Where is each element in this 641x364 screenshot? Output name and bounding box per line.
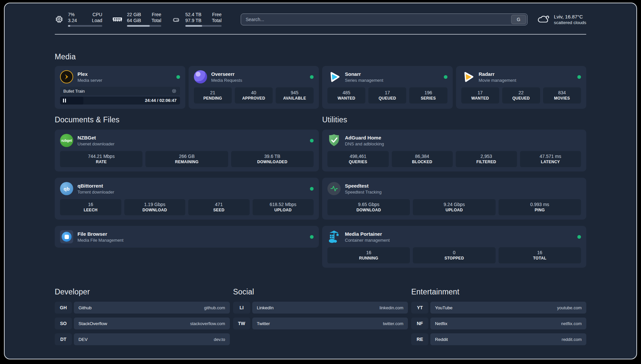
adguard-icon (327, 134, 341, 147)
app-description: Media File Management (77, 238, 123, 243)
speedtest-card[interactable]: Speedtest Speedtest Tracking 9.65 Gbps D… (322, 178, 586, 220)
header-bar: 7% 3.24 CPU Load (55, 12, 586, 27)
cpu-usage-label: CPU (92, 12, 102, 18)
app-description: Series management (345, 78, 383, 83)
search-engine-button[interactable]: G (511, 15, 526, 24)
app-description: Container management (345, 238, 390, 243)
bookmark-linkedin[interactable]: LI LinkedIn linkedin.com (233, 302, 408, 314)
stat-tile: 618.52 Mbps UPLOAD (253, 199, 314, 215)
bookmark-stackoverflow[interactable]: SO StackOverflow stackoverflow.com (55, 318, 230, 329)
bookmark-abbr: TW (233, 318, 250, 329)
app-name: NZBGet (77, 135, 114, 141)
memory-progress-fill (127, 25, 150, 27)
app-name: Media Portainer (345, 231, 390, 237)
radarr-card[interactable]: Radarr Movie management 17 WANTED 22 QUE… (456, 66, 587, 109)
stat-tile: 0 STOPPED (413, 247, 495, 263)
nzbget-card[interactable]: nzbget NZBGet Usenet downloader 744.21 M… (55, 130, 319, 171)
stat-tile: 0.993 ms PING (499, 199, 581, 215)
cpu-icon (55, 15, 64, 24)
app-name: Sonarr (345, 71, 383, 77)
app-description: Speedtest Tracking (345, 190, 382, 195)
pause-icon (63, 99, 66, 103)
bookmark-name: Twitter (257, 321, 270, 326)
filebrowser-card[interactable]: File Browser Media File Management (55, 226, 319, 248)
status-dot (310, 187, 314, 191)
sonarr-card[interactable]: Sonarr Series management 485 WANTED 17 Q… (322, 66, 453, 109)
app-description: DNS and adblocking (345, 141, 384, 146)
memory-total-value: 64 GiB (127, 18, 141, 24)
stat-tile: 744.21 Mbps RATE (60, 151, 142, 167)
cpu-load-label: Load (92, 18, 102, 24)
cpu-usage-value: 7% (68, 12, 77, 18)
disk-total-label: Total (212, 18, 222, 24)
session-device-icon (171, 88, 177, 94)
adguard-card[interactable]: AdGuard Home DNS and adblocking 498,461 … (322, 130, 586, 171)
app-description: Media server (77, 78, 102, 83)
bookmark-url: dev.to (214, 337, 225, 342)
stat-tile: 17 QUEUED (368, 87, 406, 104)
bookmark-name: Netflix (435, 321, 447, 326)
stat-tile: 39.6 TB DOWNLOADED (231, 151, 314, 167)
bookmark-name: DEV (78, 337, 88, 342)
bookmark-name: StackOverflow (78, 321, 107, 326)
bookmark-youtube[interactable]: YT YouTube youtube.com (411, 302, 586, 314)
bookmark-abbr: NF (411, 318, 428, 329)
bookmark-abbr: SO (55, 318, 72, 329)
section-title-documents: Documents & Files (55, 115, 319, 124)
qbittorrent-card[interactable]: qb qBittorrent Torrent downloader 16 LEE… (55, 178, 319, 220)
stat-tile: 16 RUNNING (327, 247, 410, 263)
status-dot (310, 75, 314, 79)
overseerr-card[interactable]: Overseerr Media Requests 21 PENDING 40 A… (189, 66, 319, 109)
disk-free-label: Free (212, 12, 222, 18)
plex-now-playing: Bullet Train 24:44 / 02:06:47 (60, 87, 180, 105)
bookmark-url: linkedin.com (380, 305, 403, 310)
stat-tile: 21 PENDING (194, 87, 232, 104)
disk-total-value: 97.9 TB (185, 18, 201, 24)
cpu-load-value: 3.24 (68, 18, 77, 24)
search-bar: G (241, 14, 528, 25)
status-dot (310, 139, 314, 142)
bookmark-url: netflix.com (561, 321, 582, 326)
app-name: Radarr (479, 71, 516, 77)
stat-tile: 945 AVAILABLE (276, 87, 314, 104)
stat-tile: 498,461 QUERIES (327, 151, 389, 167)
app-name: Overseerr (211, 71, 242, 77)
section-title-social: Social (233, 288, 408, 296)
weather-condition: scattered clouds (554, 20, 586, 25)
status-dot (577, 235, 581, 239)
portainer-card[interactable]: Media Portainer Container management 16 … (322, 226, 586, 268)
cpu-progress-bar (68, 25, 102, 27)
memory-free-value: 22 GiB (127, 12, 141, 18)
bookmark-github[interactable]: GH Github github.com (55, 302, 230, 314)
cloud-icon (537, 14, 550, 25)
app-name: File Browser (77, 231, 123, 237)
stat-tile: 86,384 BLOCKED (392, 151, 453, 167)
app-description: Media Requests (211, 78, 242, 83)
app-description: Torrent downloader (77, 190, 114, 195)
bookmark-reddit[interactable]: RE Reddit reddit.com (411, 333, 586, 345)
overseerr-icon (194, 70, 207, 83)
plex-card[interactable]: Plex Media server Bullet Train (55, 66, 185, 109)
header-divider (55, 34, 586, 35)
bookmark-netflix[interactable]: NF Netflix netflix.com (411, 318, 586, 329)
app-description: Movie management (479, 78, 516, 83)
disk-free-value: 52.4 TB (185, 12, 201, 18)
qbittorrent-icon: qb (60, 182, 73, 195)
bookmark-abbr: RE (411, 333, 428, 345)
stat-tile: 40 APPROVED (235, 87, 273, 104)
playback-time: 24:44 / 02:06:47 (145, 97, 176, 105)
app-name: Plex (77, 71, 102, 77)
disk-icon (171, 15, 181, 24)
stat-tile: 485 WANTED (327, 87, 365, 104)
bookmark-twitter[interactable]: TW Twitter twitter.com (233, 318, 408, 329)
search-input[interactable] (241, 14, 511, 25)
speedtest-icon (327, 182, 341, 195)
bookmark-url: github.com (204, 305, 225, 310)
weather-widget: Lviv, 16.87°C scattered clouds (537, 14, 586, 25)
bookmark-dev[interactable]: DT DEV dev.to (55, 333, 230, 345)
cpu-progress-fill (68, 25, 70, 27)
status-dot (577, 75, 581, 79)
status-dot (310, 235, 314, 239)
stat-tile: 2,953 FILTERED (456, 151, 517, 167)
section-title-entertainment: Entertainment (411, 288, 586, 296)
